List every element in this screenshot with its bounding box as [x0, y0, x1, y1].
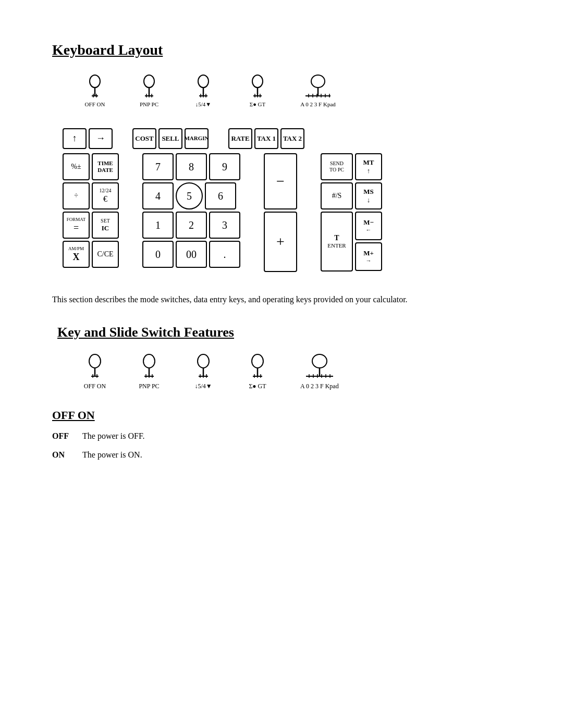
key-cost: COST [132, 128, 156, 149]
numpad-row4: 0 00 . [142, 241, 240, 268]
key-tax1: TAX 1 [254, 128, 278, 149]
ops-section: − + [264, 153, 297, 272]
key-mplus: M+ → [355, 242, 382, 271]
key-7: 7 [142, 153, 174, 180]
off-label: OFF [52, 430, 78, 442]
numpad-row1: 7 8 9 [142, 153, 240, 180]
switch2-off-on: OFF ON [83, 353, 106, 390]
key-4: 4 [142, 182, 174, 209]
svg-point-11 [198, 75, 209, 88]
key-6: 6 [205, 182, 236, 209]
right-row3: T ENTER M− ← M+ → [321, 212, 382, 272]
numpad-row3: 1 2 3 [142, 212, 240, 239]
switch2-sigma-gt: Σ● GT [246, 353, 269, 390]
off-on-title: OFF ON [52, 409, 511, 422]
key-up-arrow: ↑ [63, 128, 87, 149]
keyboard-layout-title: Keyboard Layout [52, 42, 511, 58]
switch-54: ↓5/4▼ [192, 74, 215, 107]
switch-sigma-gt: Σ● GT [246, 74, 269, 107]
key-set-ic: SET IC [92, 212, 119, 239]
key-8: 8 [176, 153, 207, 180]
switches-row-top: OFF ON PNP PC ↓5/4▼ [52, 74, 511, 107]
switch-kpad-label: A 0 2 3 F Kpad [300, 101, 336, 107]
switch2-pnp-pc: PNP PC [138, 353, 161, 390]
svg-point-37 [143, 354, 155, 368]
key-ampm-x: AM/PM X [63, 241, 90, 268]
key-tax2: TAX 2 [280, 128, 304, 149]
keyboard-main-body: %± TIME DATE ÷ 12/24 € FORMAT = [63, 153, 500, 272]
numpad-row2: 4 5 6 [142, 182, 240, 209]
arrow-keys: ↑ → [63, 128, 113, 149]
on-feature-row: ON The power is ON. [52, 449, 511, 461]
key-0: 0 [142, 241, 174, 268]
off-description: The power is OFF. [82, 430, 145, 442]
key-send-to-pc: SEND TO PC [321, 153, 353, 180]
key-5: 5 [176, 182, 203, 209]
left-row2: ÷ 12/24 € [63, 182, 119, 209]
left-row3: FORMAT = SET IC [63, 212, 119, 239]
key-mminus: M− ← [355, 212, 382, 240]
svg-point-23 [311, 75, 325, 88]
right-row2: #/S MS ↓ [321, 182, 382, 209]
right-row1: SEND TO PC MT ↑ [321, 153, 382, 180]
right-section: SEND TO PC MT ↑ #/S MS ↓ T ENTER [321, 153, 382, 272]
switch2-54: ↓5/4▼ [192, 353, 215, 390]
right-col-m: M− ← M+ → [355, 212, 382, 272]
switch2-kpad-label: A 0 2 3 F Kpad [300, 382, 339, 390]
svg-point-32 [89, 354, 101, 368]
top-fn-row: ↑ → COST SELL MARGIN RATE TAX 1 TAX 2 [63, 128, 500, 149]
rate-tax-group: RATE TAX 1 TAX 2 [228, 128, 304, 149]
switch-pnp-pc-label: PNP PC [140, 101, 158, 107]
left-row4: AM/PM X C/CE [63, 241, 119, 268]
key-minus: − [264, 153, 297, 209]
on-description: The power is ON. [82, 449, 142, 461]
switch-off-on-label: OFF ON [85, 101, 105, 107]
svg-point-55 [312, 354, 327, 368]
key-1: 1 [142, 212, 174, 239]
key-ms: MS ↓ [355, 182, 382, 209]
off-feature-row: OFF The power is OFF. [52, 430, 511, 442]
keyboard-diagram: ↑ → COST SELL MARGIN RATE TAX 1 TAX 2 %±… [52, 123, 511, 277]
switches-row-bottom: OFF ON PNP PC ↓5/4▼ [52, 353, 511, 390]
key-margin: MARGIN [185, 128, 209, 149]
key-mt: MT ↑ [355, 153, 382, 180]
key-3: 3 [209, 212, 240, 239]
key-hash-s: #/S [321, 182, 353, 209]
key-time-date: TIME DATE [92, 153, 119, 180]
description-text: This section describes the mode switches… [52, 293, 427, 306]
switch-pnp-pc: PNP PC [138, 74, 161, 107]
key-slide-switch-title: Key and Slide Switch Features [52, 325, 511, 340]
switch2-54-label: ↓5/4▼ [194, 382, 212, 390]
on-label: ON [52, 449, 78, 461]
svg-point-5 [144, 75, 154, 88]
switch-sigma-gt-label: Σ● GT [250, 101, 265, 107]
svg-point-0 [90, 75, 100, 88]
left-row1: %± TIME DATE [63, 153, 119, 180]
key-decimal: . [209, 241, 240, 268]
svg-point-43 [198, 354, 209, 368]
svg-point-49 [252, 354, 263, 368]
svg-point-17 [252, 75, 263, 88]
key-plus: + [264, 212, 297, 272]
key-00: 00 [176, 241, 207, 268]
switch2-sigma-gt-label: Σ● GT [249, 382, 266, 390]
key-9: 9 [209, 153, 240, 180]
switch-off-on: OFF ON [83, 74, 106, 107]
switch-54-label: ↓5/4▼ [195, 101, 211, 107]
key-cce: C/CE [92, 241, 119, 268]
key-2: 2 [176, 212, 207, 239]
switch2-pnp-pc-label: PNP PC [139, 382, 159, 390]
key-percent-pm: %± [63, 153, 90, 180]
key-t-enter: T ENTER [321, 212, 353, 272]
cost-sell-margin-group: COST SELL MARGIN [132, 128, 209, 149]
key-format-eq: FORMAT = [63, 212, 90, 239]
switch2-off-on-label: OFF ON [84, 382, 106, 390]
switch-kpad: A 0 2 3 F Kpad [300, 74, 336, 107]
key-divide: ÷ [63, 182, 90, 209]
switch2-kpad: A 0 2 3 F Kpad [300, 353, 339, 390]
off-on-section: OFF ON OFF The power is OFF. ON The powe… [52, 409, 511, 461]
key-right-arrow: → [89, 128, 113, 149]
key-1224-euro: 12/24 € [92, 182, 119, 209]
numpad-section: 7 8 9 4 5 6 1 2 3 0 00 . [142, 153, 240, 268]
left-section: %± TIME DATE ÷ 12/24 € FORMAT = [63, 153, 119, 268]
